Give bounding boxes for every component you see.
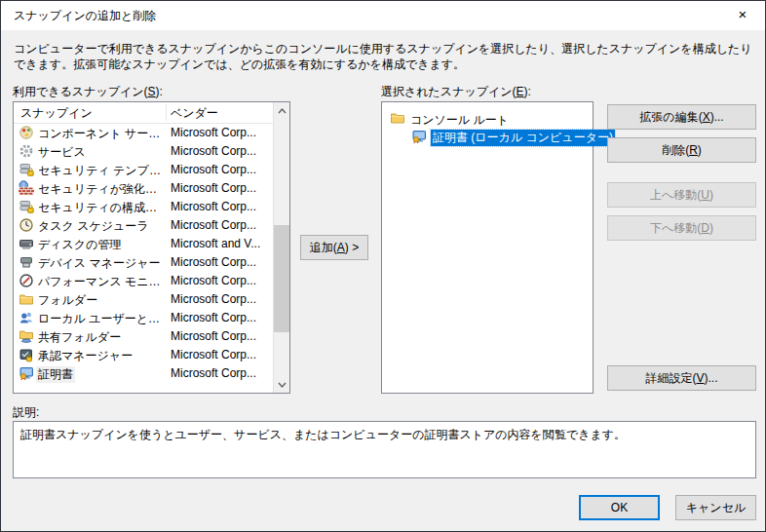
snapin-vendor: Microsoft Corp...	[171, 274, 256, 287]
snapin-name: 共有フォルダー	[38, 329, 121, 346]
titlebar: スナップインの追加と削除 ×	[1, 1, 765, 30]
add-remove-snapins-dialog: スナップインの追加と削除 × コンピューターで利用できるスナップインからこのコン…	[0, 0, 766, 532]
snapin-row[interactable]: フォルダーMicrosoft Corp...	[14, 290, 273, 309]
snapin-vendor: Microsoft Corp...	[171, 311, 256, 324]
remove-button[interactable]: 削除(R)	[607, 137, 756, 163]
snapin-vendor: Microsoft Corp...	[171, 126, 256, 139]
snapin-vendor: Microsoft Corp...	[171, 181, 256, 195]
snapin-row[interactable]: サービスMicrosoft Corp...	[14, 142, 273, 161]
scroll-down-button[interactable]	[274, 376, 289, 393]
disk-management-icon	[19, 236, 34, 251]
folder-icon	[19, 291, 34, 307]
scroll-up-button[interactable]	[274, 102, 289, 119]
security-templates-icon	[19, 162, 34, 177]
shared-folders-icon	[19, 328, 34, 344]
selected-snapins-label: 選択されたスナップイン(E):	[381, 84, 531, 100]
device-manager-icon	[19, 254, 34, 270]
move-down-button: 下へ移動(D)	[607, 215, 756, 241]
security-analysis-icon	[19, 199, 34, 214]
snapin-name: セキュリティ テンプレート	[38, 163, 163, 179]
add-button[interactable]: 追加(A) >	[300, 235, 368, 260]
available-list-scrollbar[interactable]	[273, 102, 289, 393]
snapin-name: ディスクの管理	[38, 237, 121, 253]
snapin-name: フォルダー	[38, 292, 97, 309]
performance-monitor-icon	[19, 273, 34, 288]
snapin-vendor: Microsoft Corp...	[171, 348, 256, 361]
snapin-row[interactable]: セキュリティの構成と分析Microsoft Corp...	[14, 198, 273, 216]
snapin-name: パフォーマンス モニター	[38, 274, 163, 290]
tree-item-label: コンソール ルート	[410, 112, 509, 129]
console-tree: コンソール ルート 証明書 (ローカル コンピューター)	[382, 102, 593, 393]
snapin-vendor: Microsoft Corp...	[171, 200, 256, 213]
authorization-manager-icon	[19, 347, 34, 362]
description-label: 説明:	[13, 404, 39, 421]
snapin-vendor: Microsoft Corp...	[171, 366, 256, 380]
dialog-title: スナップインの追加と削除	[14, 1, 156, 30]
component-services-icon	[19, 125, 34, 140]
task-scheduler-icon	[19, 217, 34, 233]
local-users-icon	[19, 310, 34, 325]
snapin-name: デバイス マネージャー	[38, 255, 161, 272]
edit-extensions-button[interactable]: 拡張の編集(X)...	[607, 104, 756, 130]
snapin-row[interactable]: 承認マネージャーMicrosoft Corp...	[14, 346, 273, 364]
snapin-vendor: Microsoft Corp...	[171, 329, 256, 343]
list-header: スナップイン ベンダー	[14, 102, 273, 124]
snapin-row[interactable]: ディスクの管理Microsoft and V...	[14, 235, 273, 253]
snapin-vendor: Microsoft Corp...	[171, 255, 256, 269]
snapin-name: サービス	[38, 144, 86, 161]
snapin-name: セキュリティが強化された ...	[38, 181, 163, 198]
snapin-name: タスク スケジューラ	[38, 218, 149, 235]
tree-item-label-selected: 証明書 (ローカル コンピューター)	[431, 130, 615, 146]
snapin-row[interactable]: セキュリティ テンプレートMicrosoft Corp...	[14, 161, 273, 179]
snapin-row[interactable]: タスク スケジューラMicrosoft Corp...	[14, 216, 273, 235]
description-text: 証明書スナップインを使うとユーザー、サービス、またはコンピューターの証明書ストア…	[20, 428, 626, 441]
snapin-vendor: Microsoft Corp...	[171, 163, 256, 176]
intro-text: コンピューターで利用できるスナップインからこのコンソールに使用するスナップインを…	[14, 41, 756, 72]
snapin-row[interactable]: デバイス マネージャーMicrosoft Corp...	[14, 253, 273, 272]
snapin-row[interactable]: コンポーネント サービスMicrosoft Corp...	[14, 124, 273, 142]
snapin-row[interactable]: 共有フォルダーMicrosoft Corp...	[14, 327, 273, 346]
advanced-button[interactable]: 詳細設定(V)...	[607, 365, 756, 391]
cancel-button[interactable]: キャンセル	[675, 495, 756, 520]
snapin-vendor: Microsoft Corp...	[171, 218, 256, 232]
snapin-vendor: Microsoft Corp...	[171, 292, 256, 306]
snapin-name: 証明書	[36, 366, 75, 383]
available-snapins-list[interactable]: スナップイン ベンダー コンポーネント サービスMicrosoft Corp..…	[13, 101, 290, 394]
column-divider[interactable]	[166, 104, 167, 121]
snapin-row[interactable]: パフォーマンス モニターMicrosoft Corp...	[14, 272, 273, 290]
snapin-name: 承認マネージャー	[38, 348, 133, 364]
snapin-vendor: Microsoft and V...	[171, 237, 260, 250]
selected-snapins-list[interactable]: コンソール ルート 証明書 (ローカル コンピューター)	[381, 101, 594, 394]
available-snapins-label: 利用できるスナップイン(S):	[13, 84, 163, 100]
column-header-snapin[interactable]: スナップイン	[20, 105, 93, 122]
move-up-button: 上へ移動(U)	[607, 182, 756, 208]
column-header-vendor[interactable]: ベンダー	[171, 105, 218, 122]
firewall-icon	[19, 180, 34, 196]
tree-item-certificates[interactable]: 証明書 (ローカル コンピューター)	[382, 128, 593, 146]
snapin-row[interactable]: 証明書Microsoft Corp...	[14, 364, 273, 383]
tree-item-console-root[interactable]: コンソール ルート	[382, 109, 593, 128]
certificates-icon	[411, 129, 427, 144]
snapin-row[interactable]: セキュリティが強化された ...Microsoft Corp...	[14, 179, 273, 198]
snapin-name: ローカル ユーザーとグループ	[38, 311, 163, 327]
folder-icon	[390, 110, 405, 126]
snapin-row[interactable]: ローカル ユーザーとグループMicrosoft Corp...	[14, 309, 273, 327]
snapin-name: セキュリティの構成と分析	[38, 200, 163, 216]
close-icon[interactable]: ×	[720, 1, 765, 30]
snapin-vendor: Microsoft Corp...	[171, 144, 256, 158]
description-box: 証明書スナップインを使うとユーザー、サービス、またはコンピューターの証明書ストア…	[13, 421, 756, 478]
scroll-thumb[interactable]	[274, 225, 289, 332]
services-icon	[19, 143, 34, 159]
ok-button[interactable]: OK	[579, 495, 660, 520]
snapin-name: コンポーネント サービス	[38, 126, 163, 142]
certificates-icon	[19, 365, 34, 381]
